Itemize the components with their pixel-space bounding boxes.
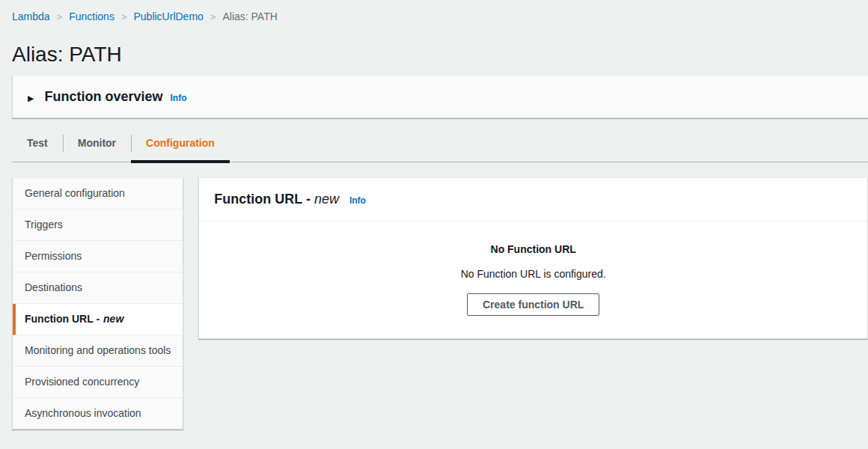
function-url-panel-header: Function URL -new Info: [199, 178, 867, 222]
breadcrumb-link-publicurldemo[interactable]: PublicUrlDemo: [133, 10, 203, 22]
configuration-sidebar: General configuration Triggers Permissio…: [12, 177, 183, 430]
sidebar-item-triggers[interactable]: Triggers: [13, 210, 183, 241]
function-url-info-link[interactable]: Info: [349, 195, 366, 206]
tab-monitor[interactable]: Monitor: [63, 128, 131, 162]
function-url-empty-state: No Function URL No Function URL is confi…: [199, 222, 867, 338]
breadcrumb-separator: >: [114, 11, 134, 22]
sidebar-item-label: Monitoring and operations tools: [25, 344, 171, 356]
sidebar-item-provisioned-concurrency[interactable]: Provisioned concurrency: [13, 367, 183, 398]
sidebar-item-asynchronous-invocation[interactable]: Asynchronous invocation: [13, 398, 183, 429]
empty-state-description: No Function URL is configured.: [214, 266, 852, 281]
sidebar-item-label: Triggers: [25, 219, 63, 230]
sidebar-item-permissions[interactable]: Permissions: [13, 241, 183, 272]
breadcrumb-link-lambda[interactable]: Lambda: [12, 10, 50, 22]
sidebar-item-label: General configuration: [25, 187, 125, 199]
function-url-panel-title: Function URL -new: [214, 192, 339, 207]
breadcrumb: Lambda>Functions>PublicUrlDemo>Alias: PA…: [0, 0, 868, 24]
breadcrumb-current: Alias: PATH: [222, 10, 277, 22]
breadcrumb-link-functions[interactable]: Functions: [69, 10, 114, 22]
function-overview-section: ▶ Function overview Info: [12, 75, 868, 118]
empty-state-title: No Function URL: [214, 242, 852, 256]
tab-test[interactable]: Test: [12, 128, 63, 162]
page-title: Alias: PATH: [12, 42, 868, 67]
sidebar-item-destinations[interactable]: Destinations: [13, 272, 183, 304]
sidebar-item-label: Provisioned concurrency: [25, 376, 139, 388]
panel-title-text: Function URL -: [214, 192, 311, 207]
tab-bar: Test Monitor Configuration: [12, 128, 868, 162]
sidebar-item-label: Permissions: [25, 250, 82, 262]
create-function-url-button[interactable]: Create function URL: [467, 293, 599, 316]
sidebar-item-suffix: new: [103, 313, 123, 325]
function-overview-title: Function overview: [44, 88, 162, 105]
breadcrumb-separator: >: [204, 11, 223, 22]
expand-collapsed-arrow-icon[interactable]: ▶: [28, 94, 34, 103]
breadcrumb-separator: >: [50, 11, 70, 22]
sidebar-item-general-configuration[interactable]: General configuration: [13, 178, 183, 210]
sidebar-item-function-url[interactable]: Function URL -new: [13, 304, 183, 335]
function-overview-info-link[interactable]: Info: [171, 93, 187, 103]
sidebar-item-monitoring-and-operations-tools[interactable]: Monitoring and operations tools: [13, 335, 183, 367]
sidebar-item-label: Asynchronous invocation: [25, 407, 141, 419]
sidebar-item-label: Function URL -: [25, 313, 100, 325]
function-url-panel: Function URL -new Info No Function URL N…: [198, 177, 868, 339]
configuration-content: General configuration Triggers Permissio…: [12, 177, 868, 430]
sidebar-item-label: Destinations: [25, 281, 82, 293]
panel-title-suffix: new: [314, 192, 339, 207]
tab-configuration[interactable]: Configuration: [131, 128, 230, 162]
